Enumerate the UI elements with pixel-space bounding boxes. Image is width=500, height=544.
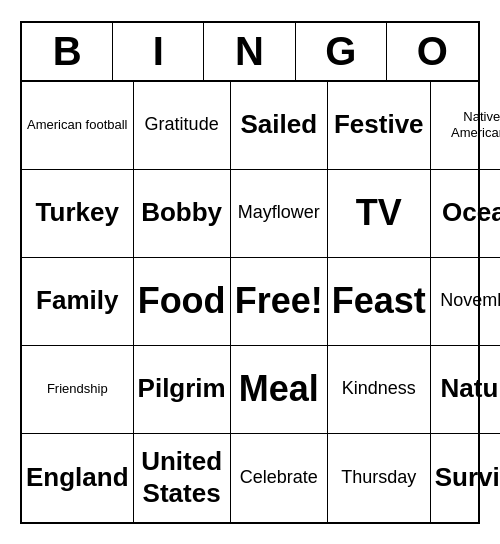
bingo-cell: England [22,434,134,522]
bingo-cell: Feast [328,258,431,346]
bingo-cell: Sailed [231,82,328,170]
bingo-cell: Festive [328,82,431,170]
bingo-cell: Ocean [431,170,500,258]
bingo-cell-text: Ocean [442,197,500,228]
bingo-cell: November [431,258,500,346]
bingo-cell-text: Feast [332,279,426,322]
bingo-cell-text: Friendship [47,381,108,397]
bingo-cell: Family [22,258,134,346]
bingo-cell-text: Free! [235,279,323,322]
bingo-cell: Celebrate [231,434,328,522]
bingo-cell: Food [134,258,231,346]
bingo-header-letter: I [113,23,204,80]
bingo-header-letter: O [387,23,478,80]
bingo-header-letter: G [296,23,387,80]
bingo-cell-text: American football [27,117,127,133]
bingo-cell-text: Bobby [141,197,222,228]
bingo-cell-text: Kindness [342,378,416,400]
bingo-cell-text: Native Americans [435,109,500,140]
bingo-cell: Gratitude [134,82,231,170]
bingo-cell-text: Family [36,285,118,316]
bingo-cell: Thursday [328,434,431,522]
bingo-cell: Survive [431,434,500,522]
bingo-cell-text: Turkey [36,197,119,228]
bingo-cell-text: Food [138,279,226,322]
bingo-cell-text: Thursday [341,467,416,489]
bingo-cell: Pilgrim [134,346,231,434]
bingo-cell: United States [134,434,231,522]
bingo-cell: Kindness [328,346,431,434]
bingo-cell-text: Mayflower [238,202,320,224]
bingo-cell-text: TV [356,191,402,234]
bingo-cell: TV [328,170,431,258]
bingo-cell-text: Meal [239,367,319,410]
bingo-cell: American football [22,82,134,170]
bingo-cell-text: Nature [441,373,500,404]
bingo-cell-text: Sailed [240,109,317,140]
bingo-cell-text: Festive [334,109,424,140]
bingo-header-letter: N [204,23,295,80]
bingo-cell-text: November [440,290,500,312]
bingo-header-letter: B [22,23,113,80]
bingo-cell: Native Americans [431,82,500,170]
bingo-cell: Nature [431,346,500,434]
bingo-cell-text: Pilgrim [138,373,226,404]
bingo-cell: Bobby [134,170,231,258]
bingo-cell: Free! [231,258,328,346]
bingo-cell: Meal [231,346,328,434]
bingo-grid: American footballGratitudeSailedFestiveN… [22,82,478,522]
bingo-header: BINGO [22,23,478,82]
bingo-cell-text: England [26,462,129,493]
bingo-cell: Friendship [22,346,134,434]
bingo-card: BINGO American footballGratitudeSailedFe… [20,21,480,524]
bingo-cell-text: Celebrate [240,467,318,489]
bingo-cell-text: Survive [435,462,500,493]
bingo-cell-text: Gratitude [145,114,219,136]
bingo-cell: Turkey [22,170,134,258]
bingo-cell-text: United States [138,446,226,508]
bingo-cell: Mayflower [231,170,328,258]
